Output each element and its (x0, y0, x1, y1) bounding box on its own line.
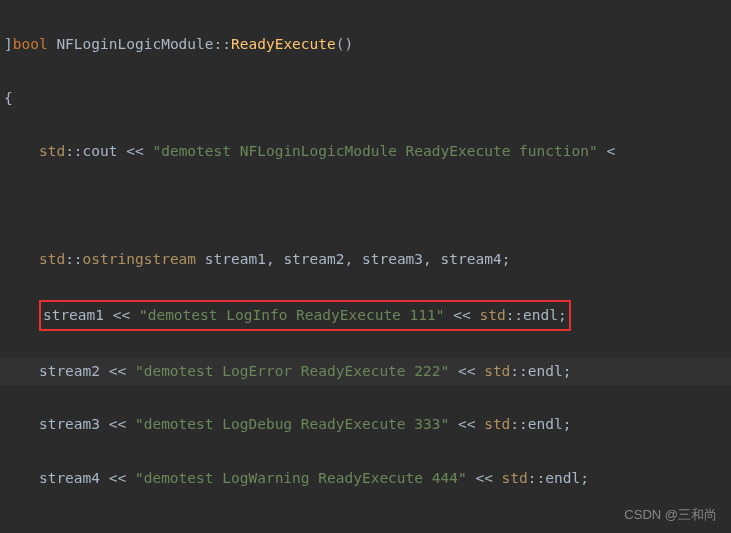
code-line-blank (0, 192, 731, 219)
code-line-6: stream1 << "demotest LogInfo ReadyExecut… (0, 300, 731, 331)
highlight-box-1: stream1 << "demotest LogInfo ReadyExecut… (39, 300, 571, 331)
code-line-3: std::cout << "demotest NFLoginLogicModul… (0, 138, 731, 165)
code-line-blank (0, 519, 731, 533)
code-editor[interactable]: ]bool NFLoginLogicModule::ReadyExecute()… (0, 0, 731, 533)
code-line-7: stream2 << "demotest LogError ReadyExecu… (0, 358, 731, 385)
code-line-5: std::ostringstream stream1, stream2, str… (0, 246, 731, 273)
watermark: CSDN @三和尚 (624, 503, 717, 527)
code-line-1: ]bool NFLoginLogicModule::ReadyExecute() (0, 31, 731, 58)
code-line-8: stream3 << "demotest LogDebug ReadyExecu… (0, 411, 731, 438)
code-line-2: { (0, 85, 731, 112)
code-line-9: stream4 << "demotest LogWarning ReadyExe… (0, 465, 731, 492)
